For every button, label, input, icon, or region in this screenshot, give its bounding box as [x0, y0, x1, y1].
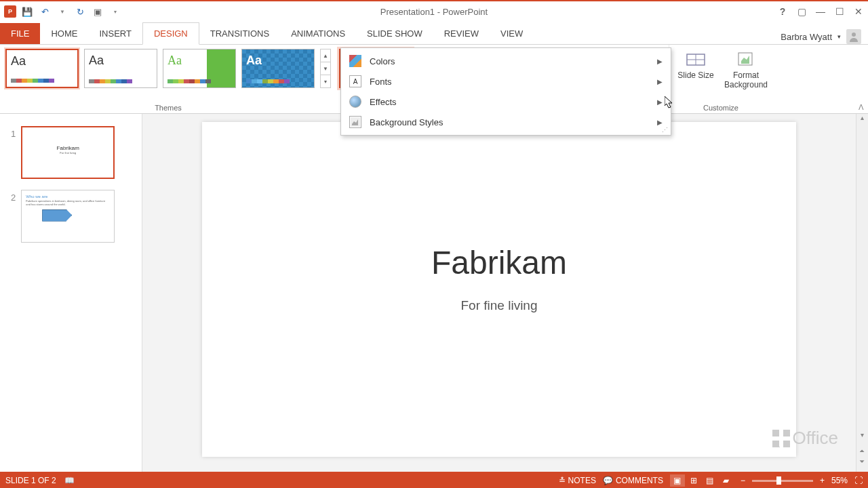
- menu-colors-label: Colors: [370, 56, 395, 66]
- theme-variant-1[interactable]: Aa: [84, 49, 157, 88]
- slideshow-view-button[interactable]: ▰: [719, 474, 734, 487]
- undo-dropdown[interactable]: ▼: [56, 5, 69, 18]
- customize-group-label: Customize: [672, 104, 770, 113]
- scroll-up-button[interactable]: ▴: [856, 114, 868, 125]
- menu-bgstyles-label: Background Styles: [370, 117, 443, 127]
- statusbar: SLIDE 1 OF 2 📖 ≛ NOTES 💬 COMMENTS ▣ ⊞ ▤ …: [0, 472, 868, 488]
- themes-gallery-spinner[interactable]: ▲ ▼ ▾: [320, 49, 331, 88]
- fit-to-window-button[interactable]: ⛶: [854, 476, 863, 485]
- slide-thumbnail-panel: 1 Fabrikam For fine living 2 Who we are …: [0, 114, 142, 472]
- tab-file[interactable]: FILE: [0, 23, 40, 44]
- menu-effects[interactable]: Effects ▶: [341, 92, 671, 112]
- tab-insert[interactable]: INSERT: [88, 23, 142, 44]
- user-name: Barbra Wyatt: [781, 32, 832, 42]
- tab-home[interactable]: HOME: [40, 23, 88, 44]
- ribbon-display-options-button[interactable]: ▢: [792, 4, 811, 19]
- thumbnail-number: 1: [11, 129, 16, 139]
- zoom-out-button[interactable]: −: [741, 476, 745, 485]
- spell-check-icon[interactable]: 📖: [64, 476, 75, 485]
- thumbnail-preview-2[interactable]: Who we are Fabrikam specializes in bedro…: [21, 190, 115, 243]
- themes-scroll-down[interactable]: ▼: [321, 62, 330, 75]
- menu-effects-label: Effects: [370, 97, 397, 107]
- notes-button[interactable]: ≛ NOTES: [559, 476, 596, 485]
- save-button[interactable]: 💾: [20, 5, 34, 18]
- themes-group-label: Themes: [5, 104, 331, 113]
- titlebar: P 💾 ↶ ▼ ↻ ▣ ▾ Presentation1 - PowerPoint…: [0, 1, 868, 22]
- tab-design[interactable]: DESIGN: [142, 22, 199, 45]
- comments-button[interactable]: 💬 COMMENTS: [603, 476, 663, 485]
- slide-size-button[interactable]: Slide Size: [672, 49, 719, 90]
- variants-dropdown-menu: Colors ▶ A Fonts ▶ Effects ▶ Background …: [340, 47, 671, 136]
- slide-sorter-view-button[interactable]: ⊞: [686, 474, 701, 487]
- window-title: Presentation1 - PowerPoint: [380, 7, 488, 17]
- view-buttons: ▣ ⊞ ▤ ▰: [670, 474, 734, 487]
- close-button[interactable]: ✕: [849, 4, 868, 19]
- thumbnail-preview-1[interactable]: Fabrikam For fine living: [21, 126, 115, 179]
- user-area[interactable]: Barbra Wyatt ▾: [781, 29, 868, 44]
- collapse-ribbon-button[interactable]: ᐱ: [859, 103, 864, 112]
- submenu-arrow-icon: ▶: [657, 119, 663, 126]
- undo-button[interactable]: ↶: [38, 5, 52, 18]
- content-area: 1 Fabrikam For fine living 2 Who we are …: [0, 114, 868, 472]
- format-background-label: Format Background: [722, 70, 770, 90]
- redo-button[interactable]: ↻: [73, 5, 87, 18]
- help-button[interactable]: ?: [773, 4, 792, 19]
- theme-office[interactable]: Aa: [5, 49, 79, 88]
- tab-transitions[interactable]: TRANSITIONS: [199, 23, 280, 44]
- theme-facet[interactable]: Aa: [163, 49, 236, 88]
- slide-editor: Fabrikam For fine living 1 Office: [142, 114, 856, 472]
- tab-slideshow[interactable]: SLIDE SHOW: [356, 23, 433, 44]
- customize-group: Slide Size Format Background Customize: [669, 45, 772, 113]
- minimize-button[interactable]: —: [811, 4, 830, 19]
- menu-background-styles[interactable]: Background Styles ▶: [341, 112, 671, 132]
- submenu-arrow-icon: ▶: [657, 58, 663, 65]
- tab-animations[interactable]: ANIMATIONS: [280, 23, 356, 44]
- window-controls: ? ▢ — ☐ ✕: [773, 4, 868, 19]
- thumbnail-number: 2: [11, 192, 16, 203]
- start-from-beginning-button[interactable]: ▣: [91, 5, 104, 18]
- normal-view-button[interactable]: ▣: [670, 474, 685, 487]
- tab-review[interactable]: REVIEW: [433, 23, 490, 44]
- mini-arrow-shape: [42, 209, 72, 222]
- avatar[interactable]: [846, 29, 861, 44]
- maximize-button[interactable]: ☐: [830, 4, 849, 19]
- prev-slide-button[interactable]: ⏶: [856, 447, 868, 457]
- user-dropdown-icon: ▾: [837, 33, 841, 40]
- powerpoint-icon: P: [4, 5, 16, 18]
- themes-group: Aa Aa Aa Aa ▲ ▼ ▾ Themes: [0, 45, 334, 113]
- slide-subtitle[interactable]: For fine living: [202, 298, 796, 313]
- scroll-down-button[interactable]: ▾: [856, 431, 868, 442]
- format-background-button[interactable]: Format Background: [722, 49, 770, 90]
- themes-expand[interactable]: ▾: [321, 75, 330, 87]
- slide-title[interactable]: Fabrikam: [202, 244, 796, 281]
- vertical-scrollbar[interactable]: ▴ ▾ ⏶ ⏷: [856, 114, 868, 472]
- slide-size-label: Slide Size: [677, 70, 713, 80]
- slide-counter[interactable]: SLIDE 1 OF 2: [5, 476, 56, 485]
- menu-fonts-label: Fonts: [370, 77, 392, 87]
- next-slide-button[interactable]: ⏷: [856, 458, 868, 468]
- zoom-slider[interactable]: [752, 480, 813, 482]
- zoom-level[interactable]: 55%: [831, 476, 848, 485]
- svg-point-0: [852, 33, 856, 37]
- qat-customize-dropdown[interactable]: ▾: [108, 5, 122, 18]
- themes-scroll-up[interactable]: ▲: [321, 49, 330, 62]
- thumbnail-slide-2[interactable]: 2 Who we are Fabrikam specializes in bed…: [0, 190, 142, 253]
- submenu-arrow-icon: ▶: [657, 78, 663, 85]
- zoom-in-button[interactable]: +: [820, 476, 825, 485]
- ribbon-tabs: FILE HOME INSERT DESIGN TRANSITIONS ANIM…: [0, 22, 868, 45]
- slide-canvas[interactable]: Fabrikam For fine living 1: [202, 122, 796, 457]
- menu-resize-grip[interactable]: ⋰: [662, 127, 668, 134]
- submenu-arrow-icon: ▶: [657, 98, 663, 106]
- quick-access-toolbar: P 💾 ↶ ▼ ↻ ▣ ▾: [0, 5, 122, 18]
- thumbnail-slide-1[interactable]: 1 Fabrikam For fine living: [0, 126, 142, 190]
- menu-colors[interactable]: Colors ▶: [341, 51, 671, 71]
- menu-fonts[interactable]: A Fonts ▶: [341, 71, 671, 92]
- theme-integral[interactable]: Aa: [241, 49, 315, 88]
- tab-view[interactable]: VIEW: [490, 23, 534, 44]
- slide-page-number: 1: [776, 441, 780, 449]
- reading-view-button[interactable]: ▤: [703, 474, 717, 487]
